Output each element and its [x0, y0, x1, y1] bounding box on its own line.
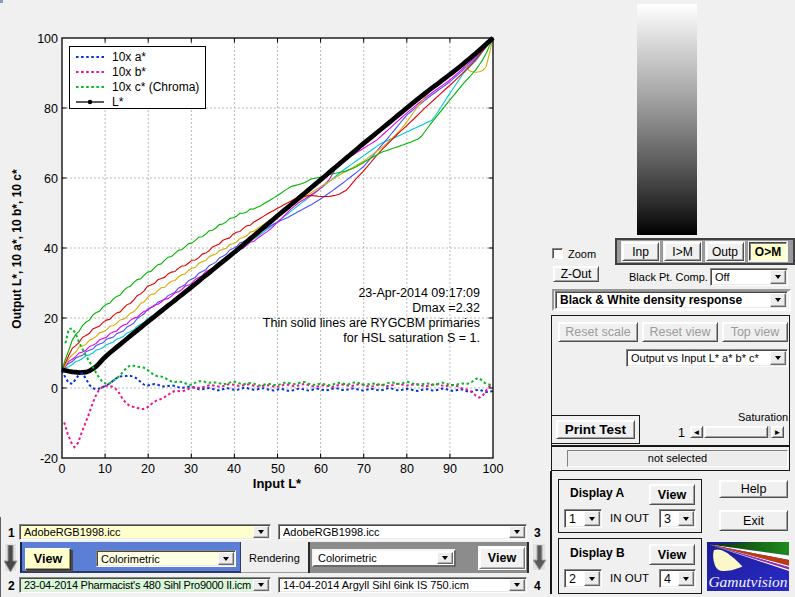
- svg-text:60: 60: [314, 462, 328, 476]
- svg-text:Dmax =2.32: Dmax =2.32: [412, 301, 480, 315]
- svg-text:80: 80: [400, 462, 414, 476]
- svg-text:0: 0: [59, 462, 66, 476]
- svg-text:Thin solid lines are RYGCBM pr: Thin solid lines are RYGCBM primaries: [263, 316, 480, 330]
- svg-text:Gamutvision: Gamutvision: [708, 573, 787, 590]
- svg-text:30: 30: [184, 462, 198, 476]
- svg-text:40: 40: [44, 242, 58, 256]
- svg-text:Output L*, 10 a*, 10 b*, 10 c*: Output L*, 10 a*, 10 b*, 10 c*: [10, 169, 24, 329]
- svg-text:60: 60: [44, 172, 58, 186]
- svg-text:L*: L*: [112, 95, 124, 109]
- svg-text:90: 90: [443, 462, 457, 476]
- svg-text:-20: -20: [40, 452, 58, 466]
- svg-text:10x a*: 10x a*: [112, 50, 146, 64]
- svg-text:70: 70: [357, 462, 371, 476]
- svg-text:10: 10: [98, 462, 112, 476]
- svg-text:10x b*: 10x b*: [112, 65, 146, 79]
- svg-text:0: 0: [51, 382, 58, 396]
- svg-text:Input L*: Input L*: [253, 476, 302, 491]
- svg-text:20: 20: [44, 312, 58, 326]
- svg-text:50: 50: [271, 462, 285, 476]
- svg-text:20: 20: [141, 462, 155, 476]
- svg-text:10x c* (Chroma): 10x c* (Chroma): [112, 80, 199, 94]
- svg-text:40: 40: [227, 462, 241, 476]
- svg-text:23-Apr-2014 09:17:09: 23-Apr-2014 09:17:09: [358, 286, 480, 300]
- svg-text:for HSL saturation S = 1.: for HSL saturation S = 1.: [343, 331, 480, 345]
- svg-text:100: 100: [37, 32, 58, 46]
- svg-text:80: 80: [44, 102, 58, 116]
- svg-text:100: 100: [483, 462, 504, 476]
